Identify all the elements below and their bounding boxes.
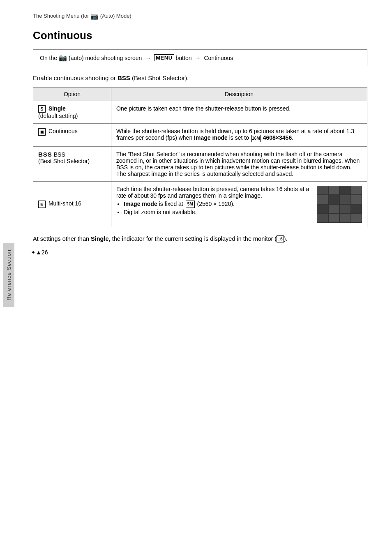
res-icon: 16M	[251, 135, 261, 142]
ref-icon: □6	[277, 235, 284, 242]
page-title: Continuous	[33, 29, 367, 42]
table-row: ▣ Continuous While the shutter-release b…	[33, 124, 367, 146]
bss-icon: BSS	[38, 151, 52, 158]
continuous-icon: ▣	[38, 128, 46, 136]
table-row: S Single (default setting) One picture i…	[33, 101, 367, 124]
option-multishot: ⊞ Multi-shot 16	[33, 181, 111, 227]
single-icon: S	[38, 105, 46, 113]
camera-icon: 📷	[90, 12, 99, 20]
table-row: ⊞ Multi-shot 16 Each time the shutter-re…	[33, 181, 367, 227]
5m-icon: 5M	[186, 201, 195, 208]
desc-continuous: While the shutter-release button is held…	[111, 124, 367, 146]
multishot-icon: ⊞	[38, 201, 46, 208]
nav-camera-icon: 📷	[59, 54, 67, 62]
col-desc-header: Description	[111, 88, 367, 101]
footer-note: At settings other than Single, the indic…	[33, 235, 367, 244]
table-row: BSS BSS (Best Shot Selector) The "Best S…	[33, 146, 367, 181]
desc-multishot: Each time the shutter-release button is …	[111, 181, 367, 227]
option-single: S Single (default setting)	[33, 101, 111, 124]
nav-box: On the 📷 (auto) mode shooting screen → M…	[33, 49, 367, 66]
breadcrumb: The Shooting Menu (for 📷 (Auto) Mode)	[33, 12, 367, 20]
page-number: ✦▲26	[31, 249, 48, 256]
multishot-preview-image	[317, 186, 362, 223]
option-bss: BSS BSS (Best Shot Selector)	[33, 146, 111, 181]
options-table: Option Description S Single (default set…	[33, 87, 367, 227]
desc-single: One picture is taken each time the shutt…	[111, 101, 367, 124]
option-continuous: ▣ Continuous	[33, 124, 111, 146]
menu-label: MENU	[154, 54, 174, 61]
col-option-header: Option	[33, 88, 111, 101]
intro-text: Enable continuous shooting or BSS (Best …	[33, 74, 367, 81]
desc-bss: The "Best Shot Selector" is recommended …	[111, 146, 367, 181]
